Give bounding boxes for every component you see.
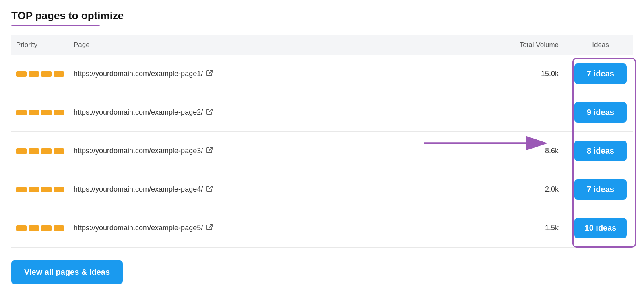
page-url-link[interactable]: https://yourdomain.com/example-page5/ xyxy=(74,223,213,233)
priority-bar xyxy=(16,148,27,154)
page-cell: https://yourdomain.com/example-page5/ xyxy=(69,209,488,248)
volume-cell xyxy=(488,93,568,132)
external-link-icon xyxy=(206,185,213,194)
priority-bar xyxy=(54,225,64,231)
table-wrapper: Priority Page Total Volume Ideas https:/… xyxy=(11,35,633,248)
priority-cell xyxy=(11,93,69,132)
page-cell: https://yourdomain.com/example-page2/ xyxy=(69,93,488,132)
priority-bars xyxy=(16,225,64,231)
page-url-link[interactable]: https://yourdomain.com/example-page4/ xyxy=(74,185,213,194)
page-cell: https://yourdomain.com/example-page1/ xyxy=(69,55,488,93)
priority-cell xyxy=(11,55,69,93)
priority-bar xyxy=(16,110,27,115)
priority-bar xyxy=(41,71,52,77)
volume-cell: 2.0k xyxy=(488,170,568,209)
external-link-icon xyxy=(206,223,213,233)
col-header-ideas: Ideas xyxy=(568,35,633,55)
col-header-priority: Priority xyxy=(11,35,69,55)
priority-bar xyxy=(16,71,27,77)
priority-bar xyxy=(41,110,52,115)
priority-bar xyxy=(54,187,64,192)
ideas-cell: 7 ideas xyxy=(568,55,633,93)
external-link-icon xyxy=(206,69,213,78)
table-row: https://yourdomain.com/example-page2/ 9 … xyxy=(11,93,633,132)
volume-cell: 15.0k xyxy=(488,55,568,93)
priority-cell xyxy=(11,209,69,248)
page-cell: https://yourdomain.com/example-page4/ xyxy=(69,170,488,209)
priority-bar xyxy=(29,110,39,115)
col-header-volume: Total Volume xyxy=(488,35,568,55)
ideas-button[interactable]: 7 ideas xyxy=(574,63,627,84)
priority-bars xyxy=(16,148,64,154)
page-url-link[interactable]: https://yourdomain.com/example-page2/ xyxy=(74,108,213,117)
priority-bar xyxy=(29,71,39,77)
priority-bar xyxy=(29,225,39,231)
widget-title: TOP pages to optimize xyxy=(11,10,633,22)
widget-container: TOP pages to optimize Priority Page Tota… xyxy=(11,10,633,284)
priority-bar xyxy=(29,187,39,192)
ideas-cell: 8 ideas xyxy=(568,132,633,170)
ideas-button[interactable]: 8 ideas xyxy=(574,141,627,161)
priority-cell xyxy=(11,170,69,209)
external-link-icon xyxy=(206,108,213,117)
table-row: https://yourdomain.com/example-page1/ 15… xyxy=(11,55,633,93)
priority-bar xyxy=(54,71,64,77)
ideas-button[interactable]: 10 ideas xyxy=(574,218,627,238)
ideas-cell: 7 ideas xyxy=(568,170,633,209)
priority-bar xyxy=(54,148,64,154)
priority-bar xyxy=(41,187,52,192)
table-row: https://yourdomain.com/example-page4/ 2.… xyxy=(11,170,633,209)
priority-bars xyxy=(16,110,64,115)
page-cell: https://yourdomain.com/example-page3/ xyxy=(69,132,488,170)
priority-bar xyxy=(54,110,64,115)
priority-bars xyxy=(16,187,64,192)
table-header-row: Priority Page Total Volume Ideas xyxy=(11,35,633,55)
pages-table: Priority Page Total Volume Ideas https:/… xyxy=(11,35,633,248)
ideas-button[interactable]: 9 ideas xyxy=(574,102,627,123)
ideas-cell: 10 ideas xyxy=(568,209,633,248)
priority-bar xyxy=(16,225,27,231)
page-url-link[interactable]: https://yourdomain.com/example-page1/ xyxy=(74,69,213,78)
priority-cell xyxy=(11,132,69,170)
priority-bar xyxy=(29,148,39,154)
priority-bar xyxy=(16,187,27,192)
volume-cell: 8.6k xyxy=(488,132,568,170)
table-row: https://yourdomain.com/example-page3/ 8.… xyxy=(11,132,633,170)
ideas-button[interactable]: 7 ideas xyxy=(574,179,627,200)
title-underline xyxy=(11,25,100,26)
ideas-cell: 9 ideas xyxy=(568,93,633,132)
view-all-button[interactable]: View all pages & ideas xyxy=(11,260,123,284)
priority-bar xyxy=(41,148,52,154)
external-link-icon xyxy=(206,146,213,156)
col-header-page: Page xyxy=(69,35,488,55)
page-url-link[interactable]: https://yourdomain.com/example-page3/ xyxy=(74,146,213,156)
table-row: https://yourdomain.com/example-page5/ 1.… xyxy=(11,209,633,248)
volume-cell: 1.5k xyxy=(488,209,568,248)
priority-bars xyxy=(16,71,64,77)
priority-bar xyxy=(41,225,52,231)
